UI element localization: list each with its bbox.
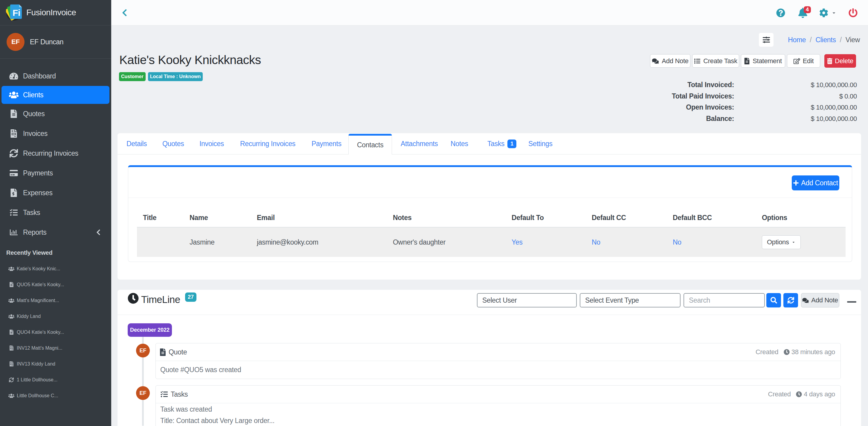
svg-text:Fi: Fi (12, 8, 20, 18)
